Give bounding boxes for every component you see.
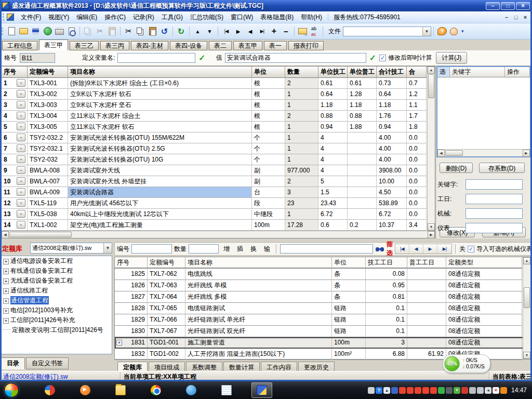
unit-tech-cell[interactable]: 1.18 [318, 100, 348, 111]
column-header[interactable]: 操作 [505, 67, 530, 77]
column-header[interactable]: 定额编号 [28, 66, 68, 78]
confirm-check-icon[interactable]: ✓ [369, 53, 376, 63]
qq-3-icon[interactable] [415, 387, 421, 394]
messenger-icon[interactable] [391, 387, 398, 394]
column-header[interactable]: 单位 [332, 257, 366, 269]
column-header[interactable]: 选 [437, 67, 450, 77]
total-ordinary-cell[interactable]: 0.0 [407, 209, 427, 220]
unit-tech-cell[interactable]: 0.6 [318, 220, 348, 231]
unit-cell[interactable]: 个 [252, 143, 285, 154]
tech-days-cell[interactable]: 6.88 [366, 349, 407, 360]
tree-item[interactable]: +通信管道工程 [2, 296, 112, 305]
unit-cell[interactable]: 个 [252, 154, 285, 165]
sheet-tab[interactable]: 表五甲 [233, 41, 262, 50]
column-header[interactable]: 数量 [285, 66, 318, 78]
scrollbar-thumb[interactable] [9, 232, 72, 237]
column-header[interactable]: 单位普工 [348, 66, 377, 78]
sheet-tab[interactable]: 报表打印 [288, 41, 324, 50]
close-label[interactable]: 关 [459, 245, 466, 254]
total-ordinary-cell[interactable]: 0.0 [407, 132, 427, 143]
quota-code-cell[interactable]: TXL7-067 [148, 326, 185, 337]
unit-tech-cell[interactable]: 1.5 [318, 187, 348, 198]
last-icon[interactable] [257, 26, 268, 37]
vertical-scrollbar[interactable]: ▲ ▼ [523, 257, 530, 359]
tree-item[interactable]: +有线通信设备安装工程 [2, 266, 112, 276]
quantity-cell[interactable]: 2 [285, 111, 318, 122]
display-icon[interactable] [477, 387, 484, 394]
column-header[interactable]: 序号 [115, 257, 148, 269]
tree-item[interactable]: +通信电源设备安装工程 [2, 256, 112, 266]
row-detail-button[interactable]: ▪ [17, 221, 25, 229]
row-detail-button[interactable]: ▪ [17, 79, 25, 87]
save-coefficient-button[interactable]: 存系数(D) [479, 163, 525, 173]
total-ordinary-cell[interactable]: 0.0 [407, 176, 427, 187]
replace-icon[interactable] [309, 26, 320, 37]
child-close-button[interactable] [521, 14, 530, 21]
taskbar-clock[interactable]: 14:47 [511, 387, 527, 394]
toolbar-grip[interactable] [3, 14, 4, 21]
unit-tech-cell[interactable]: 23.43 [318, 198, 348, 209]
table-row[interactable]: 1827TXL7-064光纤跳线 多模条0.8108通信定额 [115, 291, 530, 303]
item-name-cell[interactable]: 施工测量管道 [185, 337, 332, 349]
keyword-field-input[interactable] [466, 194, 523, 204]
scroll-left-arrow[interactable]: ◀ [437, 150, 445, 157]
row-detail-button[interactable]: ▪ [17, 90, 25, 98]
last-record-button[interactable] [437, 244, 451, 254]
scroll-up-arrow[interactable]: ▲ [428, 66, 435, 74]
total-ordinary-cell[interactable]: 0.7 [407, 78, 427, 89]
unit-ordinary-cell[interactable]: 1.88 [348, 122, 377, 132]
save-icon[interactable] [30, 26, 41, 37]
scroll-right-arrow[interactable]: ▶ [428, 231, 435, 238]
total-ordinary-cell[interactable]: 1.8 [407, 122, 427, 132]
unit-cell[interactable]: 根 [252, 89, 285, 100]
ordinary-days-cell[interactable] [407, 291, 446, 303]
unit-cell[interactable]: 条 [332, 269, 366, 280]
up-icon[interactable] [192, 26, 203, 37]
taskbar-app-chrome[interactable] [145, 382, 166, 398]
scrollbar-thumb[interactable] [428, 74, 434, 98]
row-detail-button[interactable]: ▪ [17, 199, 25, 207]
quantity-cell[interactable]: 1 [285, 209, 318, 220]
table-row[interactable]: 8▪TSY2-032安装测试光波长转换器(OTU) 10G个144.000.0 [2, 154, 435, 165]
unit-cell[interactable]: 100m [252, 220, 285, 231]
total-ordinary-cell[interactable]: 3.4 [407, 220, 427, 231]
total-tech-cell[interactable]: 10.00 [377, 176, 407, 187]
unit-cell[interactable]: 根 [252, 100, 285, 111]
new-icon[interactable] [6, 26, 17, 37]
row-detail-button[interactable]: ▪ [17, 112, 25, 119]
taskbar-app-notepad[interactable] [216, 382, 237, 398]
table-row[interactable]: 1825TXL7-062电缆跳线条0.0808通信定额 [115, 269, 530, 280]
total-tech-cell[interactable]: 4.00 [377, 154, 407, 165]
tab[interactable]: 目录 [1, 357, 25, 369]
unit-cell[interactable]: 个 [252, 132, 285, 143]
ordinary-days-cell[interactable] [407, 303, 446, 314]
item-name-cell[interactable]: 安装调试室外天线 外墙壁挂 [68, 176, 252, 187]
quota-type-cell[interactable]: 08通信定额 [446, 280, 522, 291]
quantity-cell[interactable]: 1 [285, 89, 318, 100]
quantity-cell[interactable]: 1 [285, 154, 318, 165]
quantity-cell[interactable]: 17.28 [285, 220, 318, 231]
unit-tech-cell[interactable]: 4 [318, 143, 348, 154]
history-icon[interactable] [42, 26, 53, 37]
menu-item[interactable]: 窗口(W) [227, 12, 257, 23]
sheet-tab[interactable]: 表二 [209, 41, 232, 50]
child-minimize-button[interactable] [502, 14, 511, 21]
total-ordinary-cell[interactable]: 1.1 [407, 100, 427, 111]
code-input[interactable] [131, 244, 172, 254]
child-restore-button[interactable] [511, 14, 521, 21]
library-combobox[interactable]: 通信2008定额(修订).sw ▼ [30, 243, 112, 254]
unit-ordinary-cell[interactable] [348, 187, 377, 198]
menu-item[interactable]: 编辑(E) [73, 12, 101, 23]
recalc-checkbox[interactable] [379, 55, 386, 61]
quota-code-cell[interactable]: TSY2-032 [28, 154, 68, 165]
quota-code-cell[interactable]: TXL5-119 [28, 198, 68, 209]
quota-code-cell[interactable]: BWLA-008 [28, 165, 68, 176]
unit-cell[interactable]: 副 [252, 176, 285, 187]
quota-code-cell[interactable]: TXL7-063 [148, 280, 185, 291]
total-tech-cell[interactable]: 6.72 [377, 209, 407, 220]
tree-item[interactable]: 定额改变说明:工信部[2011]426号 [2, 325, 112, 335]
total-ordinary-cell[interactable]: 0.0 [407, 143, 427, 154]
tech-days-cell[interactable]: 0.1 [366, 314, 407, 326]
tree-item[interactable]: +电信[2012]1003号补充 [2, 305, 112, 315]
quota-code-cell[interactable]: TXL3-001 [28, 78, 68, 89]
